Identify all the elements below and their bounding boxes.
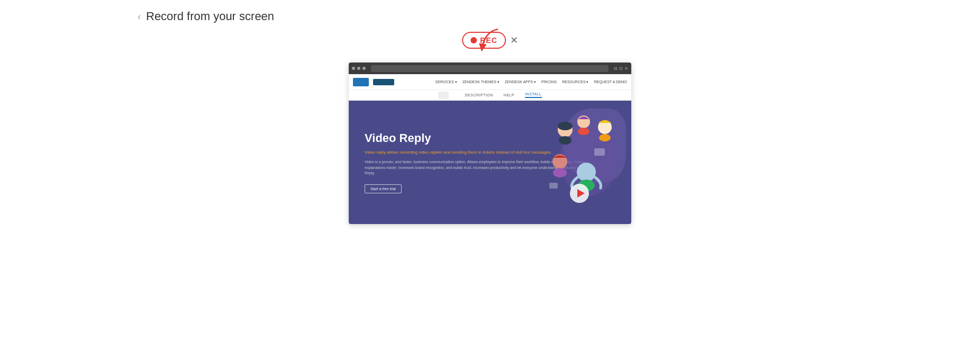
- browser-icon-1: ⊟: [614, 66, 618, 71]
- browser-action-icons: ⊟ ⊡ ✕: [614, 66, 628, 71]
- hero-cta-button[interactable]: Start a free trial: [365, 184, 402, 193]
- browser-icon-2: ⊡: [619, 66, 623, 71]
- hero-illustration: [541, 111, 621, 212]
- characters-svg: [541, 111, 621, 217]
- page-title: Record from your screen: [146, 10, 274, 23]
- browser-chrome: ⊟ ⊡ ✕: [349, 63, 631, 74]
- back-button[interactable]: ‹: [138, 11, 141, 22]
- browser-icon-3: ✕: [624, 66, 628, 71]
- svg-point-3: [559, 136, 571, 145]
- zendesk-nav-links: SERVICES ▾ ZENDESK THEMES ▾ ZENDESK APPS…: [435, 80, 627, 84]
- svg-point-11: [577, 163, 596, 182]
- svg-rect-16: [549, 183, 558, 189]
- rec-area: REC ✕: [462, 32, 518, 49]
- nav-link-pricing[interactable]: PRICING: [541, 80, 557, 84]
- nav-link-themes[interactable]: ZENDESK THEMES ▾: [462, 80, 500, 84]
- nav-link-services[interactable]: SERVICES ▾: [435, 80, 457, 84]
- nav-link-request[interactable]: REQUEST A DEMO: [594, 80, 628, 84]
- tab-help[interactable]: HELP: [504, 93, 514, 97]
- svg-point-8: [599, 134, 611, 141]
- tab-icon: [438, 92, 449, 99]
- zendesk-brand: [373, 79, 394, 85]
- browser-addressbar: [371, 65, 609, 72]
- zendesk-nav: SERVICES ▾ ZENDESK THEMES ▾ ZENDESK APPS…: [349, 74, 631, 90]
- svg-rect-15: [594, 148, 605, 156]
- page-header: ‹ Record from your screen: [0, 0, 980, 23]
- close-button[interactable]: ✕: [510, 34, 518, 46]
- zendesk-logo: [353, 78, 369, 86]
- tab-install[interactable]: INSTALL: [525, 92, 541, 98]
- browser-dot-1: [352, 67, 355, 70]
- nav-link-resources[interactable]: RESOURCES ▾: [562, 80, 588, 84]
- browser-dot-2: [357, 67, 360, 70]
- svg-point-4: [558, 122, 573, 130]
- hero-section: Video Reply Video reply allows recording…: [349, 101, 631, 224]
- browser-dot-3: [362, 67, 366, 70]
- tab-description[interactable]: DESCRIPTION: [465, 93, 493, 97]
- nav-link-apps[interactable]: ZENDESK APPS ▾: [505, 80, 536, 84]
- svg-point-10: [553, 168, 567, 177]
- svg-point-6: [578, 128, 589, 135]
- zendesk-tab-bar: DESCRIPTION HELP INSTALL: [349, 90, 631, 101]
- arrow-icon: [474, 26, 506, 53]
- browser-window: ⊟ ⊡ ✕ SERVICES ▾ ZENDESK THEMES ▾ ZENDES…: [349, 63, 631, 224]
